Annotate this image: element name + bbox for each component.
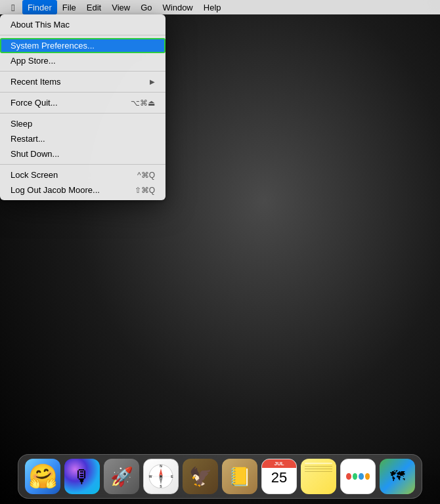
system-preferences-item[interactable]: System Preferences... xyxy=(0,38,165,53)
log-out-item[interactable]: Log Out Jacob Moore... ⇧⌘Q xyxy=(0,182,165,198)
dock-item-notes[interactable] xyxy=(301,459,336,494)
siri-icon: 🎙 xyxy=(73,466,91,488)
restart-item[interactable]: Restart... xyxy=(0,131,165,146)
svg-text:N: N xyxy=(160,464,162,468)
dock-item-maps[interactable]: 🗺 xyxy=(380,459,415,494)
dock-item-mail[interactable]: 🦅 xyxy=(183,459,218,494)
launchpad-icon: 🚀 xyxy=(110,466,133,488)
lock-screen-item[interactable]: Lock Screen ^⌘Q xyxy=(0,167,165,182)
apple-logo-icon:  xyxy=(11,2,14,13)
shut-down-item[interactable]: Shut Down... xyxy=(0,146,165,161)
calendar-month: JUL xyxy=(262,459,296,468)
apple-dropdown-menu: About This Mac System Preferences... App… xyxy=(0,14,165,200)
svg-text:E: E xyxy=(171,474,173,478)
mail-icon: 🦅 xyxy=(189,466,212,488)
force-quit-item[interactable]: Force Quit... ⌥⌘⏏ xyxy=(0,95,165,110)
about-this-mac-item[interactable]: About This Mac xyxy=(0,17,165,32)
calendar-day: 25 xyxy=(262,468,296,486)
menu-separator-1 xyxy=(0,35,165,35)
svg-text:W: W xyxy=(149,474,152,478)
dock-item-siri[interactable]: 🎙 xyxy=(64,459,100,494)
menubar-go[interactable]: Go xyxy=(135,0,157,14)
dock-item-finder[interactable]: 🤗 xyxy=(25,459,60,494)
menu-separator-3 xyxy=(0,92,165,93)
svg-point-6 xyxy=(160,475,162,478)
apple-menu-button[interactable]:  xyxy=(4,0,22,14)
menubar-view[interactable]: View xyxy=(106,0,135,14)
menubar-file[interactable]: File xyxy=(57,0,81,14)
finder-icon: 🤗 xyxy=(28,463,58,490)
dock-item-calendar[interactable]: JUL 25 xyxy=(261,459,297,494)
menu-separator-2 xyxy=(0,71,165,72)
dock-item-reminders[interactable] xyxy=(340,459,376,494)
menu-separator-5 xyxy=(0,164,165,165)
dock: 🤗 🎙 🚀 N S W E xyxy=(0,452,440,504)
menubar-edit[interactable]: Edit xyxy=(81,0,106,14)
menu-separator-4 xyxy=(0,113,165,114)
contacts-icon: 📒 xyxy=(229,466,252,488)
menubar-help[interactable]: Help xyxy=(198,0,227,14)
sleep-item[interactable]: Sleep xyxy=(0,116,165,131)
recent-items-item[interactable]: Recent Items ▶ xyxy=(0,74,165,89)
menubar:  Finder File Edit View Go Window Help xyxy=(0,0,440,14)
app-store-item[interactable]: App Store... xyxy=(0,53,165,68)
dock-item-safari[interactable]: N S W E xyxy=(143,459,179,494)
menubar-finder[interactable]: Finder xyxy=(22,0,57,14)
safari-compass-icon: N S W E xyxy=(148,463,174,490)
menubar-window[interactable]: Window xyxy=(158,0,198,14)
dock-container: 🤗 🎙 🚀 N S W E xyxy=(18,454,422,499)
submenu-arrow-icon: ▶ xyxy=(150,78,155,85)
dock-item-launchpad[interactable]: 🚀 xyxy=(104,459,139,494)
dock-item-contacts[interactable]: 📒 xyxy=(222,459,257,494)
maps-icon: 🗺 xyxy=(390,468,405,485)
